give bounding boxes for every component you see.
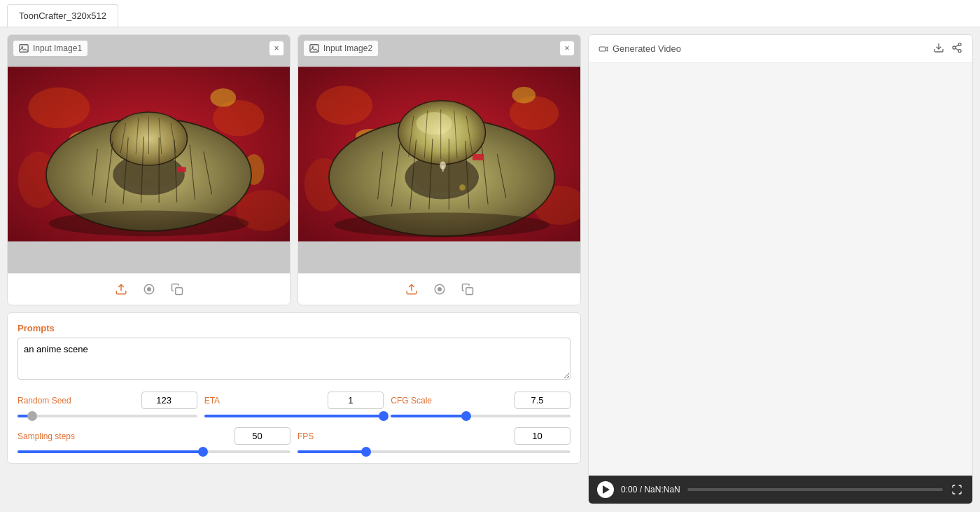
cfg-scale-input[interactable] bbox=[514, 392, 570, 409]
svg-point-34 bbox=[316, 86, 373, 125]
random-seed-header: Random Seed bbox=[18, 392, 197, 409]
eta-label: ETA bbox=[204, 396, 220, 406]
fps-input[interactable] bbox=[514, 427, 570, 445]
image-card-1: Input Image1 × bbox=[7, 34, 290, 305]
svg-point-64 bbox=[312, 46, 314, 48]
image-card-2: Input Image2 × bbox=[298, 34, 581, 305]
image2-crop-icon[interactable] bbox=[431, 281, 448, 298]
image1-upload-icon[interactable] bbox=[113, 281, 130, 298]
sampling-steps-header: Sampling steps bbox=[18, 427, 290, 445]
right-panel: Generated Video bbox=[588, 34, 973, 504]
image2-toolbar bbox=[298, 273, 580, 305]
fps-label: FPS bbox=[298, 431, 314, 441]
svg-rect-27 bbox=[20, 45, 28, 53]
video-label: Generated Video bbox=[598, 43, 681, 54]
svg-point-62 bbox=[334, 213, 550, 237]
image2-label: Input Image2 bbox=[304, 41, 378, 56]
svg-point-26 bbox=[49, 211, 249, 237]
image-placeholder-1[interactable]: Input Image1 × bbox=[8, 35, 290, 273]
video-player-bar: 0:00 / NaN:NaN bbox=[589, 476, 972, 504]
eta-input[interactable] bbox=[328, 392, 384, 409]
image-placeholder-2[interactable]: Input Image2 × bbox=[298, 35, 580, 273]
cfg-scale-label: CFG Scale bbox=[391, 396, 432, 406]
random-seed-track[interactable] bbox=[18, 415, 197, 417]
sampling-steps-track[interactable] bbox=[18, 450, 290, 453]
eta-header: ETA bbox=[204, 392, 384, 409]
image2-close-button[interactable]: × bbox=[559, 41, 575, 56]
anime-image-1 bbox=[8, 35, 290, 273]
prompts-section: Prompts an anime scene bbox=[18, 323, 570, 382]
prompts-label: Prompts bbox=[18, 323, 570, 333]
svg-line-74 bbox=[955, 48, 959, 50]
fullscreen-button[interactable] bbox=[950, 483, 964, 497]
video-time: 0:00 / NaN:NaN bbox=[621, 485, 680, 494]
play-button[interactable] bbox=[597, 481, 614, 498]
cfg-scale-track[interactable] bbox=[391, 415, 570, 417]
image2-copy-icon[interactable] bbox=[459, 281, 476, 298]
svg-point-39 bbox=[512, 87, 536, 103]
svg-rect-69 bbox=[599, 47, 606, 51]
svg-point-1 bbox=[28, 88, 90, 129]
svg-rect-58 bbox=[472, 154, 484, 160]
svg-line-75 bbox=[955, 45, 959, 47]
eta-thumb[interactable] bbox=[379, 411, 388, 421]
svg-rect-25 bbox=[177, 167, 186, 172]
prompt-textarea[interactable]: an anime scene bbox=[18, 338, 570, 380]
sampling-steps-group: Sampling steps bbox=[18, 427, 290, 453]
video-header: Generated Video bbox=[589, 35, 972, 63]
svg-rect-32 bbox=[175, 288, 182, 295]
svg-rect-68 bbox=[465, 288, 472, 295]
image1-copy-icon[interactable] bbox=[169, 281, 186, 298]
sampling-steps-thumb[interactable] bbox=[198, 447, 208, 457]
svg-point-44 bbox=[416, 112, 452, 134]
video-icon bbox=[598, 44, 608, 54]
left-panel: Input Image1 × bbox=[7, 34, 581, 504]
svg-rect-63 bbox=[310, 45, 318, 53]
fps-thumb[interactable] bbox=[361, 447, 371, 457]
main-tab[interactable]: ToonCrafter_320x512 bbox=[7, 4, 118, 27]
svg-point-6 bbox=[210, 88, 236, 106]
random-seed-label: Random Seed bbox=[18, 396, 71, 406]
fps-track[interactable] bbox=[298, 450, 570, 453]
image1-crop-icon[interactable] bbox=[141, 281, 158, 298]
svg-point-72 bbox=[953, 46, 955, 49]
random-seed-thumb[interactable] bbox=[27, 411, 37, 421]
image2-upload-icon[interactable] bbox=[403, 281, 420, 298]
fps-fill bbox=[298, 450, 366, 453]
video-share-icon[interactable] bbox=[951, 42, 962, 55]
svg-point-61 bbox=[459, 184, 465, 191]
cfg-scale-group: CFG Scale bbox=[391, 392, 570, 417]
image-row: Input Image1 × bbox=[7, 34, 581, 305]
cfg-scale-header: CFG Scale bbox=[391, 392, 570, 409]
video-card: Generated Video bbox=[588, 34, 973, 504]
video-progress-bar[interactable] bbox=[687, 488, 943, 491]
controls-panel: Prompts an anime scene Random Seed bbox=[7, 312, 581, 464]
image1-label: Input Image1 bbox=[13, 41, 88, 56]
svg-rect-60 bbox=[442, 165, 444, 172]
image2-icon bbox=[309, 43, 319, 53]
video-title: Generated Video bbox=[612, 43, 681, 54]
svg-point-28 bbox=[22, 46, 24, 48]
eta-group: ETA bbox=[204, 392, 384, 417]
sampling-steps-fill bbox=[18, 450, 203, 453]
play-triangle-icon bbox=[603, 485, 610, 494]
sampling-steps-input[interactable] bbox=[234, 427, 290, 445]
fps-group: FPS bbox=[298, 427, 570, 453]
sampling-steps-label: Sampling steps bbox=[18, 431, 75, 441]
video-download-icon[interactable] bbox=[933, 42, 944, 55]
eta-fill bbox=[204, 415, 384, 417]
image1-icon bbox=[19, 43, 29, 53]
fps-header: FPS bbox=[298, 427, 570, 445]
video-body bbox=[589, 63, 972, 476]
anime-image-2 bbox=[298, 35, 580, 273]
random-seed-input[interactable] bbox=[141, 392, 197, 409]
image1-close-button[interactable]: × bbox=[269, 41, 284, 56]
cfg-scale-thumb[interactable] bbox=[461, 411, 471, 421]
video-header-icons bbox=[933, 42, 962, 55]
svg-point-71 bbox=[958, 43, 961, 46]
svg-point-31 bbox=[147, 288, 150, 291]
svg-point-73 bbox=[958, 50, 961, 53]
cfg-scale-fill bbox=[391, 415, 466, 417]
eta-track[interactable] bbox=[204, 415, 384, 417]
controls-row-1: Random Seed ETA bbox=[18, 392, 570, 417]
